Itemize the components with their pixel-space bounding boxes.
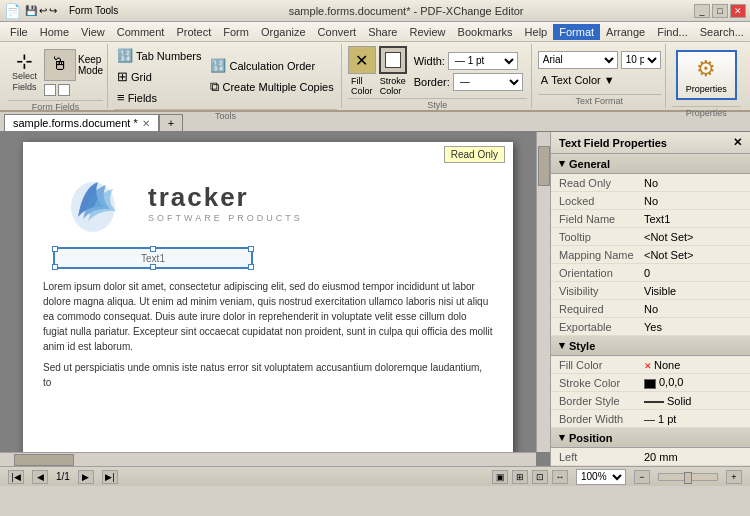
handle-tl[interactable]: [52, 246, 58, 252]
calc-order-label: Calculation Order: [229, 60, 315, 72]
menu-arrange[interactable]: Arrange: [600, 24, 651, 40]
properties-btn-label: Properties: [686, 84, 727, 94]
page-indicator: 1/1: [56, 471, 70, 482]
text-color-btn[interactable]: A Text Color ▼: [538, 72, 661, 88]
nav-next-btn[interactable]: ▶: [78, 470, 94, 484]
view-mode-single[interactable]: ▣: [492, 470, 508, 484]
select-fields-button[interactable]: ⊹ SelectFields: [8, 46, 41, 98]
orientation-value: 0: [644, 267, 742, 279]
zoom-select[interactable]: 100% 75% 125% 150%: [576, 469, 626, 485]
scrollbar-horizontal[interactable]: [0, 452, 536, 466]
selected-text-field[interactable]: Text1: [53, 247, 253, 269]
nav-last-btn[interactable]: ▶|: [102, 470, 118, 484]
ribbon-text-content: Arial Times New Roman 10 pt 12 pt A Text…: [538, 46, 661, 92]
status-bar: |◀ ◀ 1/1 ▶ ▶| ▣ ⊞ ⊡ ↔ 100% 75% 125% 150%…: [0, 466, 750, 486]
fieldname-value: Text1: [644, 213, 742, 225]
view-mode-double[interactable]: ⊞: [512, 470, 528, 484]
fill-color-group: ✕ FillColor: [348, 46, 376, 96]
general-label: General: [569, 158, 610, 170]
handle-tm[interactable]: [150, 246, 156, 252]
fields-btn[interactable]: ≡ Fields: [114, 88, 204, 107]
menu-view[interactable]: View: [75, 24, 111, 40]
nav-first-btn[interactable]: |◀: [8, 470, 24, 484]
exportable-value: Yes: [644, 321, 742, 333]
panel-row-orientation: Orientation 0: [551, 264, 750, 282]
menu-find[interactable]: Find...: [651, 24, 694, 40]
ribbon-group-text-format: Arial Times New Roman 10 pt 12 pt A Text…: [534, 44, 666, 108]
size-select[interactable]: 10 pt 12 pt: [621, 51, 661, 69]
menu-convert[interactable]: Convert: [312, 24, 363, 40]
maximize-button[interactable]: □: [712, 4, 728, 18]
menu-protect[interactable]: Protect: [170, 24, 217, 40]
close-button[interactable]: ✕: [730, 4, 746, 18]
create-copies-icon: ⧉: [210, 79, 219, 95]
panel-row-required: Required No: [551, 300, 750, 318]
panel-section-position[interactable]: ▾ Position: [551, 428, 750, 448]
font-row: Arial Times New Roman 10 pt 12 pt: [538, 51, 661, 69]
fill-color-icon-box: ✕: [348, 46, 376, 74]
form-tools-label: Form Tools: [69, 5, 118, 16]
handle-bl[interactable]: [52, 264, 58, 270]
main-layout: Read Only tracker SOFTWARE: [0, 132, 750, 466]
view-fit-width[interactable]: ↔: [552, 470, 568, 484]
style-label: Style: [348, 98, 527, 110]
format-controls: Width: — 1 pt — 2 pt — 3 pt Border: — - …: [410, 50, 527, 93]
menu-comment[interactable]: Comment: [111, 24, 171, 40]
menu-review[interactable]: Review: [403, 24, 451, 40]
border-select[interactable]: — - - ···: [453, 73, 523, 91]
ribbon-group-fields: ⊹ SelectFields 🖱 KeepMode F: [4, 44, 108, 108]
scroll-thumb-h[interactable]: [14, 454, 74, 466]
font-select[interactable]: Arial Times New Roman: [538, 51, 618, 69]
window-title: sample.forms.document* - PDF-XChange Edi…: [118, 5, 694, 17]
fields-label: Fields: [128, 92, 157, 104]
menu-share[interactable]: Share: [362, 24, 403, 40]
doc-tab-close-btn[interactable]: ✕: [142, 118, 150, 129]
title-bar-left: 📄 💾 ↩ ↪ Form Tools: [4, 3, 118, 19]
title-bar: 📄 💾 ↩ ↪ Form Tools sample.forms.document…: [0, 0, 750, 22]
title-bar-controls[interactable]: _ □ ✕: [694, 4, 746, 18]
scrollbar-vertical[interactable]: [536, 132, 550, 452]
grid-btn[interactable]: ⊞ Grid: [114, 67, 204, 86]
keep-mode-icon: 🖱: [51, 54, 69, 75]
panel-section-general[interactable]: ▾ General: [551, 154, 750, 174]
width-label: Width:: [414, 55, 445, 67]
panel-row-exportable: Exportable Yes: [551, 318, 750, 336]
menu-help[interactable]: Help: [519, 24, 554, 40]
doc-tab-main[interactable]: sample.forms.document * ✕: [4, 114, 159, 131]
calc-order-btn[interactable]: 🔢 Calculation Order: [207, 56, 336, 75]
tab-numbers-btn[interactable]: 🔢 Tab Numbers: [114, 46, 204, 65]
create-copies-btn[interactable]: ⧉ Create Multiple Copies: [207, 77, 336, 97]
properties-button[interactable]: ⚙ Properties: [676, 50, 737, 100]
zoom-slider-thumb[interactable]: [684, 472, 692, 484]
logo-area: tracker SOFTWARE PRODUCTS: [43, 162, 493, 242]
calc-order-icon: 🔢: [210, 58, 226, 73]
panel-row-fieldname: Field Name Text1: [551, 210, 750, 228]
mapping-label: Mapping Name: [559, 249, 644, 261]
menu-search[interactable]: Search...: [694, 24, 750, 40]
zoom-out-btn[interactable]: −: [634, 470, 650, 484]
nav-prev-btn[interactable]: ◀: [32, 470, 48, 484]
zoom-slider[interactable]: [658, 473, 718, 481]
view-fit-page[interactable]: ⊡: [532, 470, 548, 484]
doc-tab-bar: sample.forms.document * ✕ +: [0, 112, 750, 132]
doc-tab-new[interactable]: +: [159, 114, 183, 131]
menu-format[interactable]: Format: [553, 24, 600, 40]
menu-bookmarks[interactable]: Bookmarks: [452, 24, 519, 40]
panel-close-btn[interactable]: ✕: [733, 136, 742, 149]
zoom-in-btn[interactable]: +: [726, 470, 742, 484]
checkbox-icon: [44, 84, 56, 96]
menu-home[interactable]: Home: [34, 24, 75, 40]
handle-bm[interactable]: [150, 264, 156, 270]
mapping-value: <Not Set>: [644, 249, 742, 261]
handle-tr[interactable]: [248, 246, 254, 252]
menu-file[interactable]: File: [4, 24, 34, 40]
handle-br[interactable]: [248, 264, 254, 270]
minimize-button[interactable]: _: [694, 4, 710, 18]
tools-small-btns2: 🔢 Calculation Order ⧉ Create Multiple Co…: [207, 56, 336, 97]
scroll-thumb-v[interactable]: [538, 146, 550, 186]
menu-form[interactable]: Form: [217, 24, 255, 40]
strokecolor-value: 0,0,0: [644, 376, 742, 388]
panel-section-style[interactable]: ▾ Style: [551, 336, 750, 356]
width-select[interactable]: — 1 pt — 2 pt — 3 pt: [448, 52, 518, 70]
menu-organize[interactable]: Organize: [255, 24, 312, 40]
